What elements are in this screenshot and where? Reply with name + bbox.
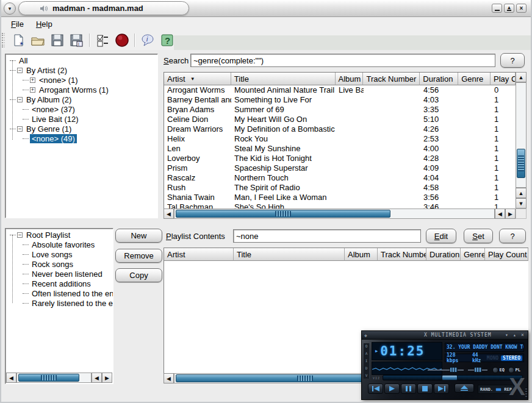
- stop-playback-button[interactable]: [417, 383, 433, 394]
- play-button[interactable]: [384, 383, 400, 394]
- eject-button[interactable]: [455, 383, 474, 393]
- column-header[interactable]: Track Number ▼: [363, 73, 420, 85]
- vscroll-thumb[interactable]: [517, 149, 525, 178]
- position-thumb[interactable]: [442, 375, 458, 380]
- menu-item[interactable]: Help: [31, 19, 57, 29]
- xmms-clutterbar[interactable]: OAIDV: [364, 343, 370, 379]
- window-titlebar[interactable]: ▼ madman - madman.mad ▲ ×: [0, 0, 532, 17]
- close-button[interactable]: ×: [516, 4, 527, 13]
- column-header[interactable]: Genre ▼: [458, 73, 491, 85]
- playlist-tree-item[interactable]: Recent additions: [5, 279, 113, 288]
- playlist-tree-item[interactable]: Rock songs: [5, 259, 113, 269]
- xmms-unshade-button[interactable]: ▴: [512, 332, 517, 338]
- tree-expander-icon[interactable]: −: [17, 232, 23, 238]
- table-row[interactable]: Rush The Spirit of Radio 4:58 1: [164, 183, 516, 193]
- column-header[interactable]: Title ▼: [231, 73, 336, 85]
- previous-button[interactable]: [368, 383, 383, 394]
- column-header[interactable]: Genre: [461, 248, 485, 261]
- tree-expander-icon[interactable]: −: [17, 68, 23, 73]
- column-header[interactable]: Duration: [426, 248, 461, 261]
- library-tree-item[interactable]: − By Album (2): [5, 95, 157, 104]
- column-header[interactable]: Album ▼: [336, 73, 364, 85]
- scroll-right-button[interactable]: ▶: [505, 209, 516, 219]
- scroll-left-button[interactable]: ◀: [92, 373, 102, 383]
- view-options-button[interactable]: [94, 32, 111, 48]
- column-header[interactable]: Artist ▼: [164, 73, 231, 85]
- xmms-player-window[interactable]: ❖ X MULTIMEDIA SYSTEM ▾ ▴ × OAIDV ▶ 01:2…: [361, 330, 528, 400]
- help-button[interactable]: ?: [159, 32, 176, 48]
- next-button[interactable]: [434, 383, 449, 394]
- search-help-button[interactable]: ?: [500, 53, 525, 68]
- hscroll-track[interactable]: [16, 373, 92, 383]
- table-row[interactable]: Barney Bentall and... Something to Live …: [164, 95, 516, 105]
- position-slider[interactable]: [383, 375, 523, 380]
- xmms-track-marquee[interactable]: 32. YOUR DADDY DONT KNOW TORON: [445, 343, 524, 352]
- save-button[interactable]: [49, 32, 66, 48]
- new-playlist-button[interactable]: New: [115, 229, 162, 243]
- random-toggle[interactable]: RAND.: [480, 387, 493, 392]
- edit-playlist-button[interactable]: Edit: [426, 229, 456, 243]
- table-row[interactable]: Helix Rock You 2:53 1: [164, 134, 516, 144]
- library-tree-item[interactable]: − By Artist (2): [5, 65, 157, 75]
- column-header[interactable]: Play C ▼: [491, 73, 516, 85]
- hscroll-thumb[interactable]: [176, 210, 390, 218]
- maximize-button[interactable]: ▲: [504, 4, 514, 13]
- playlist-button[interactable]: [508, 367, 514, 373]
- tree-expander-icon[interactable]: −: [17, 97, 23, 102]
- new-file-button[interactable]: ✶: [10, 32, 27, 48]
- scroll-right-button[interactable]: ▶: [102, 373, 112, 383]
- volume-slider[interactable]: [428, 369, 464, 371]
- library-tree-item[interactable]: <none> (37): [5, 104, 157, 114]
- hscroll-track[interactable]: [174, 209, 495, 219]
- table-row[interactable]: Celine Dion My Heart Will Go On 5:10 1: [164, 115, 516, 124]
- scroll-up-button[interactable]: ▲: [516, 188, 527, 198]
- scroll-left-button[interactable]: ◀: [164, 373, 174, 383]
- horizontal-splitter[interactable]: [0, 218, 532, 228]
- library-tree-item[interactable]: Live Bait (12): [5, 114, 157, 124]
- library-tree-item[interactable]: + Arrogant Worms (1): [5, 85, 157, 95]
- hscroll-thumb[interactable]: [18, 374, 79, 382]
- playlist-tree-item[interactable]: Never been listened: [5, 269, 113, 279]
- xmms-time-display[interactable]: ▶ 01:25: [372, 342, 442, 360]
- tip-of-day-button[interactable]: i: [139, 32, 156, 48]
- library-tree-item[interactable]: − By Genre (1): [5, 124, 157, 134]
- balance-thumb[interactable]: [474, 367, 482, 373]
- minimize-button[interactable]: [492, 4, 502, 13]
- title-pill[interactable]: madman - madman.mad: [18, 1, 189, 15]
- playlist-contents-input[interactable]: [233, 229, 421, 243]
- column-header[interactable]: Track Number: [378, 248, 426, 261]
- scroll-left-button[interactable]: ◀: [495, 209, 505, 219]
- tree-expander-icon[interactable]: −: [17, 126, 23, 132]
- search-input[interactable]: [190, 54, 495, 67]
- pause-button[interactable]: [401, 383, 416, 394]
- menu-item[interactable]: File: [6, 19, 29, 29]
- library-tree-item[interactable]: All: [5, 55, 157, 65]
- playlist-tree-item[interactable]: Often listened to the end: [5, 288, 113, 298]
- equalizer-button[interactable]: [492, 367, 498, 373]
- playlist-tree-item[interactable]: Love songs: [5, 249, 113, 259]
- playlist-help-button[interactable]: ?: [499, 229, 526, 243]
- scroll-left-button[interactable]: ◀: [164, 209, 174, 219]
- table-row[interactable]: Dream Warriors My Definition of a Bombas…: [164, 124, 516, 134]
- table-row[interactable]: Loverboy The Kid is Hot Tonight 4:28 1: [164, 154, 516, 163]
- window-menu-button[interactable]: ▼: [4, 2, 16, 15]
- playlist-tree-item[interactable]: Absolute favorites: [5, 240, 113, 249]
- copy-playlist-button[interactable]: Copy: [115, 268, 162, 282]
- column-header[interactable]: Duration ▼: [420, 73, 458, 85]
- save-as-button[interactable]: I: [68, 32, 85, 48]
- vertical-splitter[interactable]: [158, 54, 164, 218]
- remove-playlist-button[interactable]: Remove: [115, 249, 162, 263]
- table-row[interactable]: Tal Bachman She's So High 3:46 1: [164, 202, 516, 209]
- volume-thumb[interactable]: [450, 367, 458, 373]
- column-header[interactable]: Album: [345, 248, 378, 261]
- playlist-tree-item[interactable]: Rarely listened to the end: [5, 298, 113, 308]
- playlist-tree-item[interactable]: − Root Playlist: [5, 230, 113, 240]
- vscroll-track[interactable]: [516, 82, 527, 188]
- scroll-down-button[interactable]: ▼: [516, 198, 527, 209]
- table-row[interactable]: Arrogant Worms Mounted Animal Nature Tra…: [164, 85, 516, 95]
- table-row[interactable]: Len Steal My Sunshine 4:00 1: [164, 144, 516, 154]
- set-playlist-button[interactable]: Set: [464, 229, 493, 243]
- table-row[interactable]: Rascalz Northern Touch 4:04 1: [164, 173, 516, 183]
- xmms-close-button[interactable]: ×: [520, 332, 525, 338]
- column-header[interactable]: Play Count: [485, 248, 528, 261]
